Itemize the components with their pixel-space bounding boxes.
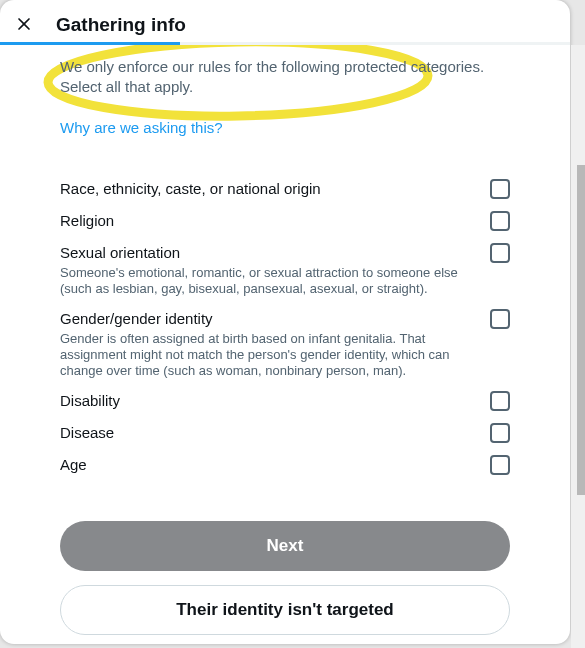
category-desc: Someone's emotional, romantic, or sexual… <box>60 265 470 297</box>
category-checkbox[interactable] <box>490 309 510 329</box>
category-desc: Gender is often assigned at birth based … <box>60 331 470 379</box>
intro-text: We only enforce our rules for the follow… <box>60 57 510 97</box>
not-targeted-label: Their identity isn't targeted <box>176 600 394 620</box>
category-checkbox[interactable] <box>490 179 510 199</box>
category-checkbox[interactable] <box>490 455 510 475</box>
intro-block: We only enforce our rules for the follow… <box>60 57 510 97</box>
next-button-label: Next <box>267 536 304 556</box>
category-item[interactable]: Sexual orientation Someone's emotional, … <box>60 237 510 303</box>
category-item[interactable]: Disease <box>60 417 510 449</box>
category-checkbox[interactable] <box>490 211 510 231</box>
category-item[interactable]: Religion <box>60 205 510 237</box>
not-targeted-button[interactable]: Their identity isn't targeted <box>60 585 510 635</box>
category-label: Age <box>60 455 470 475</box>
next-button[interactable]: Next <box>60 521 510 571</box>
scrollbar-thumb[interactable] <box>577 165 585 495</box>
category-label: Gender/gender identity <box>60 309 470 329</box>
category-label: Disease <box>60 423 470 443</box>
category-list: Race, ethnicity, caste, or national orig… <box>60 173 510 481</box>
modal-header: Gathering info <box>0 0 570 36</box>
category-label: Disability <box>60 391 470 411</box>
category-item[interactable]: Age <box>60 449 510 481</box>
category-item[interactable]: Disability <box>60 385 510 417</box>
category-item[interactable]: Gender/gender identity Gender is often a… <box>60 303 510 385</box>
category-item[interactable]: Race, ethnicity, caste, or national orig… <box>60 173 510 205</box>
button-row: Next Their identity isn't targeted <box>60 521 510 635</box>
category-checkbox[interactable] <box>490 391 510 411</box>
category-checkbox[interactable] <box>490 423 510 443</box>
page-title: Gathering info <box>56 14 186 36</box>
category-label: Sexual orientation <box>60 243 470 263</box>
category-label: Race, ethnicity, caste, or national orig… <box>60 179 470 199</box>
category-checkbox[interactable] <box>490 243 510 263</box>
close-icon[interactable] <box>14 14 34 34</box>
why-asking-link[interactable]: Why are we asking this? <box>60 119 223 136</box>
report-modal: Gathering info We only enforce our rules… <box>0 0 570 644</box>
modal-content: We only enforce our rules for the follow… <box>0 45 570 644</box>
category-label: Religion <box>60 211 470 231</box>
